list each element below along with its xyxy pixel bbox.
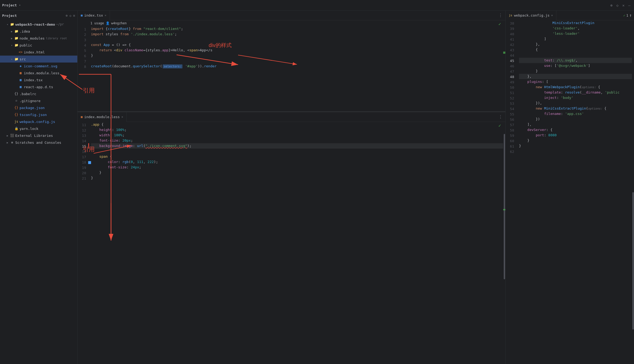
tab-index-tsx[interactable]: ▦ index.tsx ✕	[78, 11, 110, 20]
sidebar-item-scratches[interactable]: ▶ ≡ Scratches and Consoles	[0, 139, 77, 146]
sidebar-icon-2[interactable]: ◇	[69, 14, 71, 18]
sidebar-header-icons: ⊕ ◇ ≡	[66, 14, 75, 18]
tree-arrow: ▶	[10, 37, 14, 40]
scroll-track-tsx[interactable]	[503, 26, 505, 111]
code-line: devServer: {	[519, 127, 632, 133]
scroll-track-less[interactable]	[503, 122, 505, 364]
gitignore-icon: ⊘	[14, 99, 19, 103]
code-line	[519, 149, 632, 154]
tree-label: node_modules	[20, 36, 45, 40]
tsx-icon: ▦	[18, 78, 23, 82]
bookmark-button[interactable]: ◇	[615, 3, 620, 8]
tree-label: .idea	[20, 29, 30, 33]
tab-more-button[interactable]: ⋮	[496, 13, 505, 18]
tree-label: webpack.config.js	[20, 120, 55, 124]
code-line	[519, 52, 632, 58]
tree-arrow: ▾	[10, 58, 14, 61]
sidebar-item-idea[interactable]: ▶ 📁 .idea	[0, 28, 77, 35]
sidebar-item-gitignore[interactable]: ⊘ .gitignore	[0, 97, 77, 104]
project-title: Project	[2, 3, 17, 7]
code-line: plugins: [	[519, 79, 632, 84]
js-icon: js	[14, 120, 19, 123]
tab-less[interactable]: ▦ index.module.less ✕	[78, 112, 127, 122]
code-lines-tsx[interactable]: import {createRoot} from "react-dom/clie…	[91, 26, 503, 111]
code-line: }	[519, 143, 632, 149]
code-panel-tsx: 1 usage 👤 w4ngzhen 1 2 3 4 5 6	[78, 20, 505, 111]
tree-spacer	[10, 106, 14, 109]
sidebar-item-icon-comment-svg[interactable]: ◈ icon-comment.svg	[0, 63, 77, 69]
tree-label: .babelrc	[20, 92, 36, 96]
scroll-track-webpack[interactable]	[632, 20, 634, 364]
code-line: MiniCssExtractPlugin	[519, 20, 632, 26]
tab-webpack[interactable]: js webpack.config.js ✕	[506, 11, 556, 20]
code-line: return <div className={styles.app}>Hello…	[91, 48, 503, 53]
usage-author: w4ngzhen	[111, 21, 127, 25]
scratches-icon: ≡	[10, 141, 14, 144]
close-button[interactable]: ✕	[621, 3, 626, 8]
js-tab-icon: js	[509, 14, 512, 17]
line-numbers-webpack: 38 39 40 41 42 43 44 45 46 47 48 49 50 5…	[506, 20, 516, 364]
sidebar-item-index-module-less[interactable]: ▦ index.module.less	[0, 69, 77, 76]
dropdown-icon[interactable]: ▾	[19, 3, 21, 7]
sidebar-item-index-html[interactable]: <> index.html	[0, 49, 77, 56]
sidebar-item-external-libraries[interactable]: ▶ ⬛ External Libraries	[0, 132, 77, 139]
tree-spacer	[14, 51, 18, 54]
scroll-thumb	[504, 134, 505, 279]
tree-spacer	[10, 127, 14, 130]
sidebar-item-webpack-config[interactable]: js webpack.config.js	[0, 118, 77, 125]
gutter-tsx	[88, 26, 91, 111]
scroll-highlight-less	[503, 209, 505, 210]
folder-icon: 📁	[14, 29, 19, 33]
minimize-button[interactable]: —	[627, 3, 632, 8]
sidebar-item-index-tsx[interactable]: ▦ index.tsx	[0, 76, 77, 83]
tree-arrow: ▶	[5, 134, 10, 137]
tsx-tab-icon: ▦	[81, 14, 83, 17]
code-line: {	[519, 47, 632, 52]
code-view-webpack: 38 39 40 41 42 43 44 45 46 47 48 49 50 5…	[506, 20, 634, 364]
code-panel-less: 11 12 13 14 15 16 17 18 19 20 21	[78, 122, 505, 364]
count-badge: 1	[626, 14, 628, 17]
scroll-thumb	[632, 192, 634, 330]
code-line: const App = () => {	[91, 42, 503, 48]
sidebar-item-src[interactable]: ▾ 📁 src	[0, 56, 77, 63]
code-line-48: },	[519, 74, 632, 79]
code-line	[91, 37, 503, 42]
sidebar-icon-1[interactable]: ⊕	[66, 14, 68, 18]
usage-icon: 👤	[106, 21, 110, 25]
sidebar-item-react-app-dts[interactable]: ▦ react-app.d.ts	[0, 83, 77, 90]
main-layout: Project ⊕ ◇ ≡ ▾ 📁 webpack5-react-demo ~/…	[0, 11, 634, 364]
code-lines-less[interactable]: .app { height: 100%; width: 100%; font-s…	[91, 122, 503, 364]
sidebar-item-webpack5-react-demo[interactable]: ▾ 📁 webpack5-react-demo ~/pr	[0, 21, 77, 28]
editor-right: js webpack.config.js ✕ ✓ 1 ↑ 38	[506, 11, 634, 364]
code-line: })	[519, 117, 632, 122]
tree-arrow: ▶	[10, 30, 14, 33]
sidebar-icon-3[interactable]: ≡	[73, 14, 75, 18]
tab-close-tsx[interactable]: ✕	[105, 14, 106, 17]
check-icon: ✓	[623, 14, 625, 17]
tab-more-bottom[interactable]: ⋮	[496, 114, 505, 119]
code-line: import styles from './index.module.less'…	[91, 32, 503, 37]
code-line: }),	[519, 100, 632, 106]
add-button[interactable]: ⊕	[609, 3, 614, 8]
tab-label: index.module.less	[84, 115, 120, 119]
code-line-15: background-image: url("./icon-comment.sv…	[91, 143, 503, 149]
tree-suffix: ~/pr	[56, 22, 64, 26]
sidebar-item-babelrc[interactable]: {} .babelrc	[0, 90, 77, 97]
sidebar-item-yarn-lock[interactable]: 🔒 yarn.lock	[0, 125, 77, 132]
code-line: 'css-loader',	[519, 26, 632, 31]
tab-close-webpack[interactable]: ✕	[551, 14, 553, 17]
editor-left: ▦ index.tsx ✕ ⋮ 1 usage 👤 w4ngzhen	[78, 11, 506, 364]
code-lines-webpack[interactable]: MiniCssExtractPlugin 'css-loader', 'less…	[519, 20, 632, 364]
code-line: }	[91, 170, 503, 175]
usage-count: 1 usage	[90, 21, 104, 25]
tab-close-less[interactable]: ✕	[121, 115, 123, 119]
sidebar-item-node-modules[interactable]: ▶ 📁 node_modules library root	[0, 35, 77, 42]
tab-label: webpack.config.js	[514, 13, 549, 17]
sidebar-item-package-json[interactable]: {} package.json	[0, 104, 77, 111]
folder-icon: 📁	[14, 43, 19, 47]
top-bar: Project ▾ ⊕ ◇ ✕ —	[0, 0, 634, 11]
sidebar-item-tsconfig-json[interactable]: {} tsconfig.json	[0, 111, 77, 118]
tree-arrow: ▾	[10, 44, 14, 47]
less-tab-icon: ▦	[81, 115, 83, 119]
sidebar-item-public[interactable]: ▾ 📁 public	[0, 42, 77, 49]
